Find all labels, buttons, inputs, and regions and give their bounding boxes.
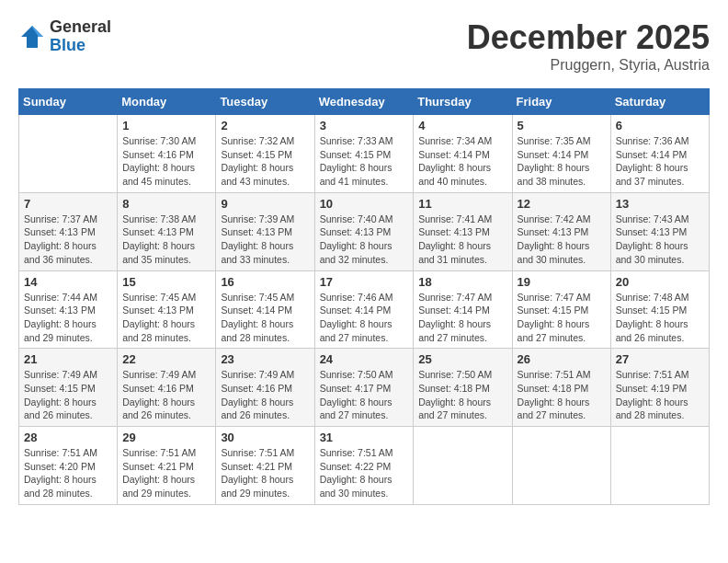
day-detail: Sunrise: 7:51 AMSunset: 4:19 PMDaylight:… bbox=[616, 368, 704, 422]
day-cell: 13Sunrise: 7:43 AMSunset: 4:13 PMDayligh… bbox=[610, 192, 709, 270]
day-number: 8 bbox=[122, 197, 210, 211]
day-number: 15 bbox=[122, 275, 210, 289]
day-number: 3 bbox=[320, 119, 409, 132]
day-detail: Sunrise: 7:49 AMSunset: 4:15 PMDaylight:… bbox=[24, 368, 112, 422]
day-detail: Sunrise: 7:49 AMSunset: 4:16 PMDaylight:… bbox=[221, 368, 309, 422]
day-number: 5 bbox=[518, 119, 606, 132]
day-number: 20 bbox=[616, 275, 704, 289]
header-row: SundayMondayTuesdayWednesdayThursdayFrid… bbox=[19, 89, 710, 115]
day-cell: 9Sunrise: 7:39 AMSunset: 4:13 PMDaylight… bbox=[216, 192, 314, 270]
day-detail: Sunrise: 7:47 AMSunset: 4:15 PMDaylight:… bbox=[518, 291, 606, 345]
day-cell: 2Sunrise: 7:32 AMSunset: 4:15 PMDaylight… bbox=[216, 115, 314, 193]
day-number: 30 bbox=[221, 431, 309, 444]
day-detail: Sunrise: 7:50 AMSunset: 4:18 PMDaylight:… bbox=[418, 368, 506, 422]
header-friday: Friday bbox=[512, 89, 610, 115]
day-cell bbox=[610, 427, 709, 505]
day-number: 7 bbox=[24, 197, 112, 211]
day-number: 23 bbox=[221, 352, 309, 366]
day-cell: 20Sunrise: 7:48 AMSunset: 4:15 PMDayligh… bbox=[610, 270, 709, 349]
header-thursday: Thursday bbox=[414, 89, 512, 115]
day-cell: 14Sunrise: 7:44 AMSunset: 4:13 PMDayligh… bbox=[19, 270, 118, 349]
day-detail: Sunrise: 7:33 AMSunset: 4:15 PMDaylight:… bbox=[320, 134, 409, 189]
day-number: 14 bbox=[24, 275, 112, 289]
day-cell: 15Sunrise: 7:45 AMSunset: 4:13 PMDayligh… bbox=[118, 270, 216, 349]
calendar-header: SundayMondayTuesdayWednesdayThursdayFrid… bbox=[19, 89, 710, 115]
subtitle: Pruggern, Styria, Austria bbox=[467, 57, 710, 74]
day-detail: Sunrise: 7:45 AMSunset: 4:14 PMDaylight:… bbox=[221, 291, 309, 345]
day-cell: 21Sunrise: 7:49 AMSunset: 4:15 PMDayligh… bbox=[19, 349, 118, 427]
day-number: 2 bbox=[221, 119, 309, 132]
day-number: 17 bbox=[320, 275, 409, 289]
week-row-2: 14Sunrise: 7:44 AMSunset: 4:13 PMDayligh… bbox=[19, 270, 710, 349]
title-block: December 2025 Pruggern, Styria, Austria bbox=[467, 18, 710, 74]
day-number: 4 bbox=[418, 119, 506, 132]
day-detail: Sunrise: 7:51 AMSunset: 4:21 PMDaylight:… bbox=[122, 446, 210, 500]
day-cell: 7Sunrise: 7:37 AMSunset: 4:13 PMDaylight… bbox=[19, 192, 118, 270]
week-row-1: 7Sunrise: 7:37 AMSunset: 4:13 PMDaylight… bbox=[19, 192, 710, 270]
day-number: 21 bbox=[24, 352, 112, 366]
logo-blue: Blue bbox=[50, 37, 111, 55]
day-detail: Sunrise: 7:37 AMSunset: 4:13 PMDaylight:… bbox=[24, 213, 112, 267]
week-row-0: 1Sunrise: 7:30 AMSunset: 4:16 PMDaylight… bbox=[19, 115, 710, 193]
day-detail: Sunrise: 7:51 AMSunset: 4:20 PMDaylight:… bbox=[24, 446, 112, 500]
day-cell: 3Sunrise: 7:33 AMSunset: 4:15 PMDaylight… bbox=[314, 115, 414, 193]
day-cell: 17Sunrise: 7:46 AMSunset: 4:14 PMDayligh… bbox=[314, 270, 414, 349]
day-cell: 29Sunrise: 7:51 AMSunset: 4:21 PMDayligh… bbox=[118, 427, 216, 505]
day-number: 16 bbox=[221, 275, 309, 289]
header-saturday: Saturday bbox=[610, 89, 709, 115]
day-number: 25 bbox=[418, 352, 506, 366]
day-detail: Sunrise: 7:45 AMSunset: 4:13 PMDaylight:… bbox=[122, 291, 210, 345]
day-cell: 6Sunrise: 7:36 AMSunset: 4:14 PMDaylight… bbox=[610, 115, 709, 193]
day-cell bbox=[414, 427, 512, 505]
day-cell: 27Sunrise: 7:51 AMSunset: 4:19 PMDayligh… bbox=[610, 349, 709, 427]
day-number: 26 bbox=[518, 352, 606, 366]
calendar-table: SundayMondayTuesdayWednesdayThursdayFrid… bbox=[18, 88, 710, 505]
day-cell: 12Sunrise: 7:42 AMSunset: 4:13 PMDayligh… bbox=[512, 192, 610, 270]
page-header: General Blue December 2025 Pruggern, Sty… bbox=[18, 18, 710, 74]
day-detail: Sunrise: 7:46 AMSunset: 4:14 PMDaylight:… bbox=[320, 291, 409, 345]
logo: General Blue bbox=[18, 18, 111, 55]
day-number: 9 bbox=[221, 197, 309, 211]
day-detail: Sunrise: 7:48 AMSunset: 4:15 PMDaylight:… bbox=[616, 291, 704, 345]
day-detail: Sunrise: 7:30 AMSunset: 4:16 PMDaylight:… bbox=[122, 134, 210, 189]
day-cell: 23Sunrise: 7:49 AMSunset: 4:16 PMDayligh… bbox=[216, 349, 314, 427]
day-detail: Sunrise: 7:51 AMSunset: 4:18 PMDaylight:… bbox=[518, 368, 606, 422]
day-cell: 8Sunrise: 7:38 AMSunset: 4:13 PMDaylight… bbox=[118, 192, 216, 270]
logo-text: General Blue bbox=[50, 18, 111, 55]
day-detail: Sunrise: 7:39 AMSunset: 4:13 PMDaylight:… bbox=[221, 213, 309, 267]
day-cell bbox=[19, 115, 118, 193]
day-cell: 16Sunrise: 7:45 AMSunset: 4:14 PMDayligh… bbox=[216, 270, 314, 349]
main-title: December 2025 bbox=[467, 18, 710, 57]
day-cell: 30Sunrise: 7:51 AMSunset: 4:21 PMDayligh… bbox=[216, 427, 314, 505]
day-detail: Sunrise: 7:35 AMSunset: 4:14 PMDaylight:… bbox=[518, 134, 606, 189]
day-number: 31 bbox=[320, 431, 409, 444]
calendar-body: 1Sunrise: 7:30 AMSunset: 4:16 PMDaylight… bbox=[19, 115, 710, 505]
day-number: 24 bbox=[320, 352, 409, 366]
day-cell: 1Sunrise: 7:30 AMSunset: 4:16 PMDaylight… bbox=[118, 115, 216, 193]
day-cell: 24Sunrise: 7:50 AMSunset: 4:17 PMDayligh… bbox=[314, 349, 414, 427]
day-number: 6 bbox=[616, 119, 704, 132]
day-number: 13 bbox=[616, 197, 704, 211]
day-detail: Sunrise: 7:38 AMSunset: 4:13 PMDaylight:… bbox=[122, 213, 210, 267]
day-number: 22 bbox=[122, 352, 210, 366]
day-detail: Sunrise: 7:36 AMSunset: 4:14 PMDaylight:… bbox=[616, 134, 704, 189]
day-detail: Sunrise: 7:51 AMSunset: 4:22 PMDaylight:… bbox=[320, 446, 409, 500]
day-detail: Sunrise: 7:40 AMSunset: 4:13 PMDaylight:… bbox=[320, 213, 409, 267]
day-cell: 18Sunrise: 7:47 AMSunset: 4:14 PMDayligh… bbox=[414, 270, 512, 349]
day-cell: 11Sunrise: 7:41 AMSunset: 4:13 PMDayligh… bbox=[414, 192, 512, 270]
day-number: 1 bbox=[122, 119, 210, 132]
day-cell: 31Sunrise: 7:51 AMSunset: 4:22 PMDayligh… bbox=[314, 427, 414, 505]
day-detail: Sunrise: 7:34 AMSunset: 4:14 PMDaylight:… bbox=[418, 134, 506, 189]
day-cell: 28Sunrise: 7:51 AMSunset: 4:20 PMDayligh… bbox=[19, 427, 118, 505]
week-row-4: 28Sunrise: 7:51 AMSunset: 4:20 PMDayligh… bbox=[19, 427, 710, 505]
logo-general: General bbox=[50, 18, 111, 37]
day-detail: Sunrise: 7:51 AMSunset: 4:21 PMDaylight:… bbox=[221, 446, 309, 500]
day-detail: Sunrise: 7:50 AMSunset: 4:17 PMDaylight:… bbox=[320, 368, 409, 422]
day-cell: 4Sunrise: 7:34 AMSunset: 4:14 PMDaylight… bbox=[414, 115, 512, 193]
day-detail: Sunrise: 7:43 AMSunset: 4:13 PMDaylight:… bbox=[616, 213, 704, 267]
day-detail: Sunrise: 7:44 AMSunset: 4:13 PMDaylight:… bbox=[24, 291, 112, 345]
day-number: 10 bbox=[320, 197, 409, 211]
logo-icon bbox=[18, 23, 46, 51]
day-cell: 22Sunrise: 7:49 AMSunset: 4:16 PMDayligh… bbox=[118, 349, 216, 427]
day-number: 27 bbox=[616, 352, 704, 366]
